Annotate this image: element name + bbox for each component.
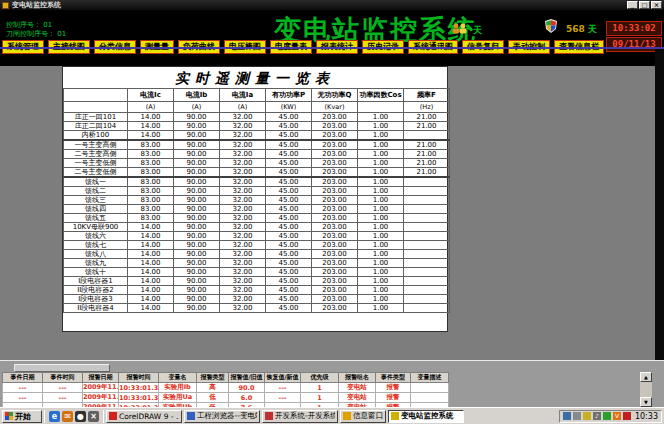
table-row: 馈线三83.0090.0032.0045.00203.001.00 xyxy=(64,196,450,205)
value-cell: 90.00 xyxy=(174,223,220,232)
value-cell: 203.00 xyxy=(312,277,358,286)
scroll-up-icon[interactable]: ▲ xyxy=(640,372,652,382)
antivirus-icon[interactable] xyxy=(603,412,611,420)
row-label: 内桥100 xyxy=(64,131,128,141)
scroll-track[interactable] xyxy=(640,382,652,397)
unit-header xyxy=(358,102,404,113)
security-shield-icon[interactable]: V xyxy=(613,412,621,420)
minimize-button[interactable]: _ xyxy=(627,1,638,9)
table-row: 二号主变低侧83.0090.0032.0045.00203.001.0021.0… xyxy=(64,168,450,178)
alarm-cell: 10:33:01.328 xyxy=(119,383,159,393)
input-method-icon[interactable] xyxy=(563,412,571,420)
value-cell: 21.00 xyxy=(404,113,450,122)
volume-icon[interactable]: ♪ xyxy=(593,412,601,420)
close-button[interactable]: × xyxy=(651,1,662,9)
taskbar-button-label: 信息窗口 xyxy=(353,411,383,421)
alarm-cell: 报警 xyxy=(376,393,411,403)
taskbar-button[interactable]: 信息窗口 xyxy=(340,410,386,423)
value-cell: 83.00 xyxy=(128,177,174,187)
value-cell: 45.00 xyxy=(266,205,312,214)
value-cell: 90.00 xyxy=(174,268,220,277)
alarm-cell: 实验用Ua xyxy=(159,393,197,403)
row-label: 馈线六 xyxy=(64,232,128,241)
task-buttons: CorelDRAW 9 - ...工程浏览器--变电站监...开发系统-开发系统… xyxy=(106,410,464,423)
info-window-icon xyxy=(343,412,351,420)
unit-header: (Kvar) xyxy=(312,102,358,113)
unit-header xyxy=(64,102,128,113)
value-cell: 1.00 xyxy=(358,150,404,159)
alarm-cell: 变电站 xyxy=(339,383,376,393)
value-cell: 1.00 xyxy=(358,113,404,122)
taskbar-button[interactable]: 变电站监控系统 xyxy=(388,410,464,423)
column-header: 电流Ib xyxy=(174,89,220,102)
start-button[interactable]: 开始 xyxy=(2,410,42,423)
table-row: 庄正一回10114.0090.0032.0045.00203.001.0021.… xyxy=(64,113,450,122)
value-cell: 45.00 xyxy=(266,187,312,196)
value-cell: 1.00 xyxy=(358,250,404,259)
alarm-cell: 2009年11... xyxy=(83,383,119,393)
value-cell: 45.00 xyxy=(266,277,312,286)
value-cell: 14.00 xyxy=(128,131,174,141)
value-cell: 21.00 xyxy=(404,168,450,178)
value-cell: 1.00 xyxy=(358,140,404,150)
run-days-label-1: 天 xyxy=(473,24,482,37)
row-label: 一号主变高侧 xyxy=(64,140,128,150)
value-cell: 1.00 xyxy=(358,177,404,187)
alarm-column-header: 事件时间 xyxy=(43,373,83,383)
app-icon xyxy=(2,2,9,9)
mail-icon[interactable]: ✉ xyxy=(62,411,73,422)
value-cell: 203.00 xyxy=(312,241,358,250)
alarm-cell: --- xyxy=(265,383,301,393)
row-label: 馈线五 xyxy=(64,214,128,223)
value-cell: 14.00 xyxy=(128,268,174,277)
table-row: 馈线二83.0090.0032.0045.00203.001.00 xyxy=(64,187,450,196)
value-cell: 90.00 xyxy=(174,150,220,159)
value-cell: 45.00 xyxy=(266,140,312,150)
value-cell: 83.00 xyxy=(128,140,174,150)
users-icon xyxy=(451,23,469,34)
alarm-column-header: 变量描述 xyxy=(411,373,449,383)
close-float-icon[interactable]: × xyxy=(88,411,99,422)
qq-icon[interactable]: ● xyxy=(75,411,86,422)
alarm-cell: 1 xyxy=(301,383,339,393)
column-header xyxy=(64,89,128,102)
alarm-cell: --- xyxy=(265,393,301,403)
value-cell: 14.00 xyxy=(128,223,174,232)
value-cell: 45.00 xyxy=(266,259,312,268)
maximize-button[interactable]: □ xyxy=(639,1,650,9)
value-cell: 203.00 xyxy=(312,187,358,196)
table-row: I段电容器114.0090.0032.0045.00203.001.00 xyxy=(64,277,450,286)
alarm-cell: --- xyxy=(3,393,43,403)
alarm-row[interactable]: ------2009年11...10:33:01.328实验用Ua低6.0---… xyxy=(3,393,449,403)
value-cell: 14.00 xyxy=(128,295,174,304)
right-edge xyxy=(655,49,664,360)
ie-icon[interactable]: e xyxy=(49,411,60,422)
value-cell: 45.00 xyxy=(266,250,312,259)
alarm-scrollbar[interactable]: ▲ ▼ xyxy=(640,372,652,407)
taskbar-button[interactable]: CorelDRAW 9 - ... xyxy=(106,410,182,423)
row-label: 馈线二 xyxy=(64,187,128,196)
value-cell: 1.00 xyxy=(358,214,404,223)
alarm-panel-handle[interactable] xyxy=(14,364,110,372)
value-cell: 45.00 xyxy=(266,304,312,313)
value-cell: 203.00 xyxy=(312,196,358,205)
tray-clock: 10:33 xyxy=(635,412,658,421)
taskbar-divider xyxy=(103,410,104,423)
value-cell: 14.00 xyxy=(128,286,174,295)
alarm-column-header: 报警值/旧值 xyxy=(229,373,265,383)
update-icon[interactable] xyxy=(583,412,591,420)
power-plug-icon[interactable] xyxy=(623,412,631,420)
alarm-row[interactable]: ------2009年11...10:33:01.328实验用Ib高90.0--… xyxy=(3,383,449,393)
scroll-down-icon[interactable]: ▼ xyxy=(640,397,652,407)
value-cell: 45.00 xyxy=(266,232,312,241)
value-cell: 21.00 xyxy=(404,140,450,150)
printer-icon[interactable] xyxy=(573,412,581,420)
table-row: 馈线六14.0090.0032.0045.00203.001.00 xyxy=(64,232,450,241)
taskbar-button[interactable]: 工程浏览器--变电站监... xyxy=(184,410,260,423)
value-cell xyxy=(404,295,450,304)
taskbar-button[interactable]: 开发系统-开发系统 xyxy=(262,410,338,423)
value-cell: 83.00 xyxy=(128,187,174,196)
value-cell: 14.00 xyxy=(128,232,174,241)
value-cell: 32.00 xyxy=(220,286,266,295)
unit-header: (A) xyxy=(220,102,266,113)
